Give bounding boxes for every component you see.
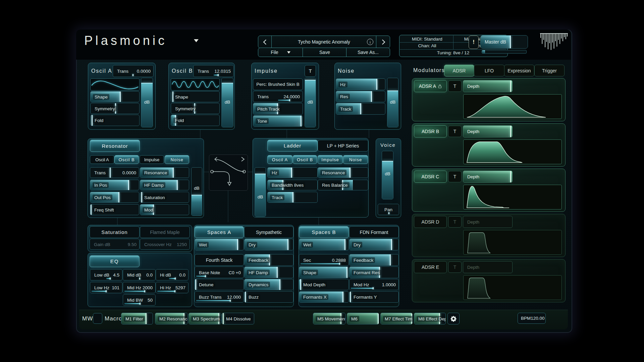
tab-adsr[interactable]: ADSR [444, 65, 474, 76]
eq-hi-db-slider[interactable]: Hi dB 0.0 [156, 269, 189, 281]
oscil-b-shape-slider[interactable]: Shape [171, 91, 220, 102]
resonator-mod-slider[interactable]: Mod [140, 204, 189, 215]
impulse-db-slider[interactable]: dB [305, 78, 316, 127]
spaces-a-dry-slider[interactable]: Dry [244, 239, 293, 250]
spaces-a-hf-damp-slider[interactable]: HF Damp [244, 266, 293, 278]
noise-hz-slider[interactable]: Hz [336, 78, 385, 90]
macro-m2-slider[interactable]: M2 Resonance [155, 313, 188, 324]
oscil-a-trans-slider[interactable]: Trans 0.0000 [113, 65, 154, 77]
oscil-b-symmetry-slider[interactable]: Symmetry [171, 103, 220, 114]
adsr-a-button[interactable]: ADSR A [414, 80, 447, 92]
voice-db-slider[interactable]: dB [382, 151, 393, 199]
settings-button[interactable] [447, 313, 460, 324]
impulse-trans-slider[interactable]: Trans 24.0000 [253, 91, 303, 102]
adsr-d-button[interactable]: ADSR D [414, 216, 447, 228]
routing-matrix[interactable] [209, 155, 248, 191]
ladder-input-noise[interactable]: Noise [343, 155, 368, 164]
spaces-a-mode-selector[interactable]: Fourth Stack [195, 254, 244, 266]
spaces-b-formants-x-slider[interactable]: Formants X [299, 291, 349, 303]
spaces-b-mod-depth-slider[interactable]: Mod Depth [299, 279, 349, 290]
spaces-b-mod-hz-slider[interactable]: Mod Hz 1.0000 [349, 279, 399, 290]
spaces-b-type-selector[interactable]: FDN Formant [349, 226, 399, 238]
oscil-b-fold-slider[interactable]: Fold [171, 115, 220, 126]
spaces-b-wet-slider[interactable]: Wet [299, 239, 349, 250]
spaces-a-wet-slider[interactable]: Wet [195, 239, 244, 250]
save-button[interactable]: Save [303, 48, 347, 57]
impulse-trigger-button[interactable]: T [305, 65, 316, 77]
resonator-input-impulse[interactable]: Impulse [140, 155, 164, 164]
spaces-b-feedback-slider[interactable]: Feedback [349, 254, 399, 266]
resonator-hf-damp-slider[interactable]: HF Damp [140, 180, 189, 190]
preset-next-button[interactable] [376, 36, 390, 48]
lp-hp-series-tab[interactable]: LP + HP Series [318, 140, 368, 152]
resonator-out-pos-slider[interactable]: Out Pos [90, 192, 139, 203]
ladder-bandwidth-slider[interactable]: Bandwidth 8ves [267, 180, 318, 190]
preset-info-icon[interactable]: i [367, 39, 373, 45]
preset-name-field[interactable]: Tycho Magnetic Anomaly i [271, 36, 377, 48]
spaces-b-enable-button[interactable]: Spaces B [299, 226, 349, 238]
resonator-input-noise[interactable]: Noise [165, 155, 189, 164]
oscil-b-trans-slider[interactable]: Trans 12.0315 [193, 65, 234, 77]
save-as-button[interactable]: Save As... [346, 48, 390, 57]
noise-db-slider[interactable]: dB [387, 78, 398, 127]
spaces-b-sec-slider[interactable]: Sec 0.2888 [299, 254, 349, 266]
saturation-type-selector[interactable]: Flamed Maple [140, 226, 190, 238]
oscil-a-shape-slider[interactable]: Shape [90, 91, 140, 102]
logo-menu-caret-icon[interactable] [194, 39, 199, 42]
adsr-d-depth-slider[interactable]: Depth [463, 216, 513, 228]
resonator-freq-shift-slider[interactable]: Freq Shift [90, 204, 139, 215]
macro-m6-slider[interactable]: M6 [347, 313, 379, 324]
saturation-gain-slider[interactable]: Gain dB 9.50 [90, 239, 140, 250]
macro-m5-slider[interactable]: M5 Movement [313, 313, 345, 324]
ladder-res-balance-slider[interactable]: Res Balance [318, 180, 368, 190]
eq-hi-hz-slider[interactable]: Hi Hz 5297 [156, 282, 189, 293]
eq-mid-hz-slider[interactable]: Mid Hz 2000 [123, 282, 156, 293]
ladder-track-slider[interactable]: Track [267, 192, 318, 203]
voice-pan-slider[interactable]: Pan [378, 204, 399, 215]
macro-m1-slider[interactable]: M1 Filter [121, 313, 153, 324]
bpm-control[interactable]: BPM 120.00 [518, 313, 546, 324]
adsr-e-trigger-button[interactable]: T [448, 261, 462, 273]
spaces-b-dry-slider[interactable]: Dry [349, 239, 399, 250]
macro-m4-slider[interactable]: M4 Dissolve [222, 313, 254, 324]
eq-mid-db-slider[interactable]: Mid dB 0.0 [123, 269, 156, 281]
resonator-enable-button[interactable]: Resonator [90, 140, 140, 152]
oscil-b-waveform-display[interactable] [171, 78, 220, 90]
tab-lfo[interactable]: LFO [474, 65, 504, 76]
macro-m8-slider[interactable]: M8 Effect Depth [414, 313, 446, 324]
adsr-b-envelope-display[interactable] [463, 139, 562, 164]
spaces-a-base-note-slider[interactable]: Base Note C0 +0 [195, 266, 244, 278]
preset-prev-button[interactable] [258, 36, 272, 48]
spaces-b-formant-res-slider[interactable]: Formant Res [349, 266, 399, 278]
spaces-b-formants-y-slider[interactable]: Formants Y [349, 291, 399, 303]
adsr-c-button[interactable]: ADSR C [414, 171, 447, 183]
saturation-crossover-slider[interactable]: Crossover Hz 1250 [140, 239, 190, 250]
saturation-enable-button[interactable]: Saturation [90, 226, 140, 238]
alert-button[interactable]: ! [469, 36, 479, 49]
adsr-c-envelope-display[interactable] [463, 185, 562, 209]
adsr-b-button[interactable]: ADSR B [414, 125, 447, 137]
oscil-a-fold-slider[interactable]: Fold [90, 115, 140, 126]
ladder-input-oscil-a[interactable]: Oscil A [267, 155, 292, 164]
resonator-resonance-slider[interactable]: Resonance [140, 167, 189, 178]
spaces-a-detune-slider[interactable]: Detune [195, 279, 244, 290]
master-db-slider[interactable]: Master dB [480, 35, 528, 49]
adsr-d-trigger-button[interactable]: T [448, 216, 462, 228]
ladder-input-oscil-b[interactable]: Oscil B [293, 155, 317, 164]
macro-m3-slider[interactable]: M3 Spectrum A [189, 313, 221, 324]
adsr-b-depth-slider[interactable]: Depth [463, 125, 513, 137]
spaces-a-buzz-slider[interactable]: Buzz [244, 291, 293, 303]
ladder-hz-slider[interactable]: Hz [267, 167, 318, 178]
file-menu-button[interactable]: File [258, 48, 303, 57]
impulse-tone-slider[interactable]: Tone [253, 115, 303, 127]
resonator-input-oscil-b[interactable]: Oscil B [114, 155, 139, 164]
adsr-e-depth-slider[interactable]: Depth [463, 261, 513, 273]
adsr-a-depth-slider[interactable]: Depth [463, 80, 513, 92]
ladder-db-slider[interactable]: dB [255, 167, 266, 217]
eq-enable-button[interactable]: EQ [90, 255, 140, 267]
spaces-b-shape-slider[interactable]: Shape [299, 266, 349, 278]
ladder-tab[interactable]: Ladder [267, 140, 318, 152]
macro-m7-slider[interactable]: M7 Effect Time [380, 313, 413, 324]
resonator-input-oscil-a[interactable]: Oscil A [90, 155, 114, 164]
spaces-a-dynamics-slider[interactable]: Dynamics [244, 279, 293, 290]
